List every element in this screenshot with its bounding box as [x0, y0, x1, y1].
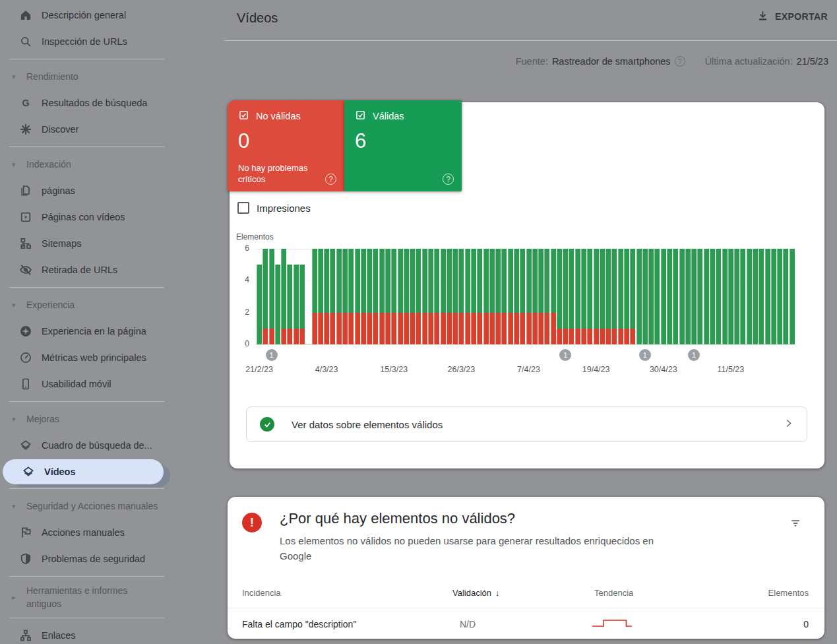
chart-bar[interactable] [538, 249, 543, 344]
chart-bar[interactable] [569, 249, 574, 344]
chart-bar[interactable] [263, 249, 268, 344]
chart-bar[interactable] [783, 249, 788, 344]
chart-bar[interactable] [667, 249, 672, 344]
sidebar-item-p-ginas-con-v-deos[interactable]: Páginas con vídeos [0, 204, 175, 230]
chart-bar[interactable] [508, 249, 513, 344]
invalid-status-card[interactable]: No válidas 0 No hay problemas críticos ? [228, 100, 344, 191]
chart-bar[interactable] [581, 249, 586, 344]
chart-bar[interactable] [324, 249, 329, 344]
help-icon[interactable]: ? [443, 174, 454, 185]
chart-bar[interactable] [447, 249, 452, 344]
chart-bar[interactable] [728, 249, 733, 344]
sidebar-section-indexaci-n[interactable]: ▾Indexación [0, 151, 175, 177]
chart-bar[interactable] [330, 249, 335, 344]
chart-bar[interactable] [618, 249, 623, 344]
chart-bar[interactable] [575, 249, 580, 344]
chart-bar[interactable] [275, 265, 280, 344]
chart-bar[interactable] [483, 249, 489, 344]
chart-bar[interactable] [624, 249, 629, 344]
chart-bar[interactable] [716, 249, 721, 344]
chart-bar[interactable] [398, 249, 403, 344]
sidebar-section-seguridad-y-acciones-manuales[interactable]: ▾Seguridad y Acciones manuales [0, 493, 175, 519]
chart-bar[interactable] [379, 249, 385, 344]
sidebar-item-m-tricas-web-principales[interactable]: Métricas web principales [0, 344, 175, 371]
sidebar-item-retirada-de-urls[interactable]: Retirada de URLs [0, 257, 175, 283]
chart-bar[interactable] [514, 249, 519, 344]
chart-bar[interactable] [765, 249, 770, 344]
chart-bar[interactable] [489, 249, 495, 344]
chart-bar[interactable] [342, 249, 348, 344]
chart-bar[interactable] [495, 249, 501, 344]
sidebar-item-resultados-de-b-squeda[interactable]: GResultados de búsqueda [0, 90, 175, 116]
chart-bar[interactable] [679, 249, 685, 344]
chart-bar[interactable] [704, 249, 709, 344]
chart-annotation-marker[interactable]: 1 [639, 349, 651, 361]
help-icon[interactable]: ? [325, 174, 336, 185]
sidebar-item-v-deos[interactable]: Vídeos [3, 459, 164, 484]
chart-bar[interactable] [471, 249, 476, 344]
sidebar-section-herramientas-e-informes-antiguos[interactable]: ▸Herramientas e informes antiguos [0, 581, 175, 614]
chart-bar[interactable] [740, 249, 745, 344]
table-header-tendencia[interactable]: Tendencia [594, 588, 633, 598]
sidebar-item-sitemaps[interactable]: Sitemaps [0, 230, 175, 257]
sidebar-item-p-ginas[interactable]: páginas [0, 177, 175, 204]
sidebar-item-inspecci-n-de-urls[interactable]: Inspección de URLs [0, 28, 175, 55]
chart-bar[interactable] [526, 249, 532, 344]
chart-bar[interactable] [287, 265, 292, 344]
chart-bar[interactable] [465, 249, 470, 344]
chart-bar[interactable] [734, 249, 739, 344]
chart-bar[interactable] [422, 249, 427, 344]
chart-bar[interactable] [269, 249, 274, 344]
sidebar-item-discover[interactable]: Discover [0, 116, 175, 143]
chart-bar[interactable] [753, 249, 758, 344]
chart-bar[interactable] [673, 249, 678, 344]
sidebar-item-experiencia-en-la-p-gina[interactable]: Experiencia en la página [0, 318, 175, 344]
chart-bar[interactable] [710, 249, 715, 344]
chart-bar[interactable] [587, 249, 592, 344]
chart-bar[interactable] [501, 249, 507, 344]
chart-bar[interactable] [759, 249, 764, 344]
chart-bar[interactable] [630, 249, 635, 344]
chart-bar[interactable] [355, 249, 360, 344]
chart-bar[interactable] [348, 249, 354, 344]
chart-bar[interactable] [281, 249, 286, 344]
chart-bar[interactable] [777, 249, 782, 344]
table-header-validación[interactable]: Validación↓ [452, 588, 500, 598]
chart-bar[interactable] [532, 249, 538, 344]
chart-bar[interactable] [611, 249, 617, 344]
chart-bar[interactable] [410, 249, 415, 344]
chart-bar[interactable] [697, 249, 702, 344]
issue-row-label[interactable]: Falta el campo "description" [242, 619, 356, 629]
checkbox-icon[interactable] [237, 202, 249, 214]
help-icon[interactable]: ? [675, 56, 685, 67]
chart-bar[interactable] [428, 249, 433, 344]
chart-bar[interactable] [594, 249, 599, 344]
chart-bar[interactable] [648, 249, 654, 344]
chart-bar[interactable] [642, 249, 648, 344]
valid-status-card[interactable]: Válidas 6 ? [344, 100, 462, 191]
chart-bar[interactable] [257, 265, 262, 344]
chart-bar[interactable] [336, 249, 342, 344]
chart-bar[interactable] [373, 249, 378, 344]
chart-bar[interactable] [385, 249, 390, 344]
chart-bar[interactable] [600, 249, 605, 344]
sidebar-item-usabilidad-m-vil[interactable]: Usabilidad móvil [0, 371, 175, 397]
table-header-incidencia[interactable]: Incidencia [242, 588, 281, 598]
chart-bar[interactable] [299, 265, 305, 344]
chart-bar[interactable] [605, 249, 611, 344]
sidebar-section-mejoras[interactable]: ▾Mejoras [0, 406, 175, 432]
chart-bar[interactable] [771, 249, 776, 344]
chart-bar[interactable] [416, 249, 421, 344]
chart-bar[interactable] [477, 249, 482, 344]
export-button[interactable]: EXPORTAR [757, 9, 828, 24]
sidebar-item-problemas-de-seguridad[interactable]: Problemas de seguridad [0, 546, 175, 572]
chart-bar[interactable] [747, 249, 752, 344]
items-chart[interactable] [256, 249, 795, 344]
chart-bar[interactable] [544, 249, 549, 344]
sidebar-section-rendimiento[interactable]: ▾Rendimiento [0, 63, 175, 90]
chart-bar[interactable] [294, 265, 299, 344]
chart-bar[interactable] [318, 249, 323, 344]
chart-bar[interactable] [520, 249, 525, 344]
view-valid-items-row[interactable]: Ver datos sobre elementos válidos [246, 406, 807, 442]
sidebar-item-enlaces[interactable]: Enlaces [0, 622, 175, 644]
